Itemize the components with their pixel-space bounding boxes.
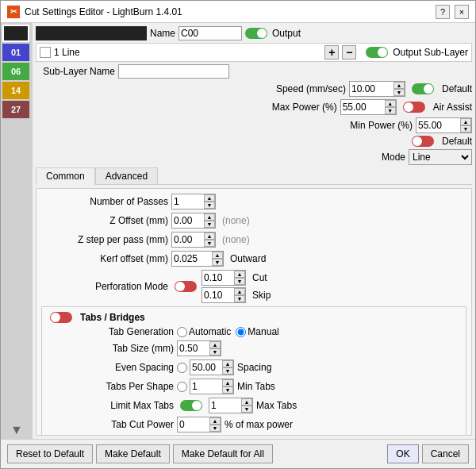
- tabs-per-shape-down[interactable]: ▼: [222, 386, 233, 394]
- tab-gen-auto-label: Automatic: [189, 326, 231, 337]
- layer-checkbox[interactable]: [40, 47, 51, 58]
- del-sublayer-button[interactable]: −: [342, 45, 356, 60]
- speed-input[interactable]: [350, 82, 393, 96]
- tabs-per-shape-radio[interactable]: [177, 382, 187, 392]
- tabs-per-shape-up[interactable]: ▲: [222, 379, 233, 386]
- tab-size-wrap: ▲ ▼: [177, 340, 221, 356]
- sidebar-item-01[interactable]: 01: [2, 44, 29, 61]
- maxpower-input[interactable]: [341, 100, 385, 114]
- kerf-input[interactable]: [172, 252, 212, 266]
- default-toggle[interactable]: [412, 136, 436, 147]
- tab-cut-power-down[interactable]: ▼: [209, 425, 221, 432]
- speed-down[interactable]: ▼: [393, 89, 405, 96]
- even-spacing-up[interactable]: ▲: [222, 360, 233, 367]
- perf-cut-up[interactable]: ▲: [234, 271, 245, 278]
- help-button[interactable]: ?: [436, 5, 450, 19]
- tab-cut-power-up[interactable]: ▲: [209, 417, 221, 425]
- perf-skip-input[interactable]: [202, 288, 234, 302]
- kerf-row: Kerf offset (mm) ▲ ▼ Outward: [41, 251, 466, 267]
- make-default-all-button[interactable]: Make Default for All: [173, 444, 273, 463]
- add-sublayer-button[interactable]: +: [324, 45, 339, 60]
- reset-default-button[interactable]: Reset to Default: [7, 444, 93, 463]
- tabs-per-shape-input[interactable]: [190, 379, 222, 394]
- perf-cut-row: ▲ ▼ Cut: [202, 270, 271, 286]
- perf-cut-input[interactable]: [202, 271, 234, 285]
- perf-skip-up[interactable]: ▲: [234, 288, 245, 295]
- limit-max-input[interactable]: [209, 398, 241, 413]
- passes-up[interactable]: ▲: [204, 194, 215, 202]
- zoffset-down[interactable]: ▼: [204, 221, 215, 228]
- even-spacing-radio[interactable]: [177, 363, 187, 373]
- tab-gen-manual-label: Manual: [248, 326, 278, 337]
- sublayer-toggle[interactable]: [366, 47, 390, 58]
- speed-default-track: [412, 83, 434, 94]
- perf-skip-down[interactable]: ▼: [234, 295, 245, 302]
- tab-cut-power-input[interactable]: [178, 417, 209, 432]
- sidebar-scroll-down[interactable]: ▼: [2, 423, 31, 437]
- color-swatch[interactable]: [36, 26, 147, 40]
- ok-button[interactable]: OK: [387, 444, 418, 463]
- sublayer-name-input[interactable]: [118, 64, 229, 79]
- tab-cut-power-label: Tab Cut Power: [47, 419, 174, 430]
- sidebar-item-06[interactable]: 06: [2, 63, 29, 80]
- cancel-button[interactable]: Cancel: [422, 444, 469, 463]
- output-toggle[interactable]: [245, 28, 269, 39]
- passes-down[interactable]: ▼: [204, 202, 215, 209]
- kerf-up[interactable]: ▲: [212, 252, 223, 259]
- zoffset-input[interactable]: [172, 213, 204, 228]
- kerf-down[interactable]: ▼: [212, 259, 223, 266]
- maxpower-down[interactable]: ▼: [385, 107, 396, 114]
- sidebar-item-00[interactable]: [2, 25, 29, 42]
- tab-size-up[interactable]: ▲: [209, 341, 221, 348]
- name-row: Name Output: [36, 26, 472, 40]
- speed-up[interactable]: ▲: [393, 82, 405, 89]
- minpower-down[interactable]: ▼: [460, 125, 471, 133]
- tabs-bridges-label: Tabs / Bridges: [80, 312, 145, 323]
- sidebar-item-14[interactable]: 14: [2, 82, 29, 99]
- name-input[interactable]: [178, 26, 242, 40]
- airassist-toggle[interactable]: [403, 102, 427, 113]
- tab-advanced[interactable]: Advanced: [95, 167, 158, 184]
- tab-cut-power-unit: % of max power: [225, 419, 293, 430]
- zstep-down[interactable]: ▼: [204, 240, 215, 247]
- tabs-bridges-header: Tabs / Bridges: [47, 312, 461, 323]
- sidebar-item-27[interactable]: 27: [2, 101, 29, 118]
- close-button[interactable]: ×: [455, 5, 469, 19]
- perf-skip-row: ▲ ▼ Skip: [202, 287, 271, 303]
- tab-size-down[interactable]: ▼: [209, 348, 221, 356]
- tabs-per-shape-unit: Min Tabs: [237, 381, 275, 392]
- speed-default-toggle[interactable]: [412, 83, 436, 94]
- tab-gen-auto-radio[interactable]: [177, 327, 187, 337]
- tab-gen-manual-radio[interactable]: [236, 327, 246, 337]
- maxpower-up[interactable]: ▲: [385, 100, 396, 107]
- tab-size-input[interactable]: [178, 341, 209, 356]
- zstep-up[interactable]: ▲: [204, 233, 215, 240]
- tabs-bridges-toggle[interactable]: [50, 312, 74, 323]
- perf-skip-spin: ▲ ▼: [234, 288, 245, 302]
- sublayer-name-label: Sub-Layer Name: [36, 66, 115, 77]
- perforation-toggle[interactable]: [175, 281, 198, 292]
- tabs-per-shape-row: Tabs Per Shape ▲ ▼ Min Tabs: [47, 379, 461, 394]
- tab-common[interactable]: Common: [36, 167, 95, 185]
- minpower-row: Min Power (%) ▲ ▼: [36, 117, 472, 133]
- limit-max-down[interactable]: ▼: [241, 406, 252, 413]
- perf-cut-down[interactable]: ▼: [234, 278, 245, 285]
- default-toggle-thumb: [413, 136, 422, 146]
- speed-input-wrap: ▲ ▼: [349, 81, 405, 97]
- tabs-container: Common Advanced: [36, 167, 472, 185]
- right-panel: Name Output 1 Line + −: [33, 23, 475, 439]
- passes-input[interactable]: [172, 194, 204, 209]
- even-spacing-down[interactable]: ▼: [222, 367, 233, 375]
- minpower-up[interactable]: ▲: [460, 118, 471, 125]
- perforation-row: Perforation Mode ▲ ▼: [41, 270, 466, 303]
- perforation-thumb: [175, 282, 185, 291]
- minpower-input[interactable]: [416, 118, 460, 133]
- limit-max-up[interactable]: ▲: [241, 398, 252, 406]
- mode-select[interactable]: Line Fill Offset Fill Crosshatch Fill: [409, 149, 472, 165]
- make-default-button[interactable]: Make Default: [96, 444, 170, 463]
- zoffset-note: (none): [222, 215, 250, 226]
- even-spacing-input[interactable]: [190, 360, 222, 375]
- zstep-input[interactable]: [172, 233, 204, 247]
- limit-max-toggle[interactable]: [180, 400, 204, 411]
- zoffset-up[interactable]: ▲: [204, 213, 215, 221]
